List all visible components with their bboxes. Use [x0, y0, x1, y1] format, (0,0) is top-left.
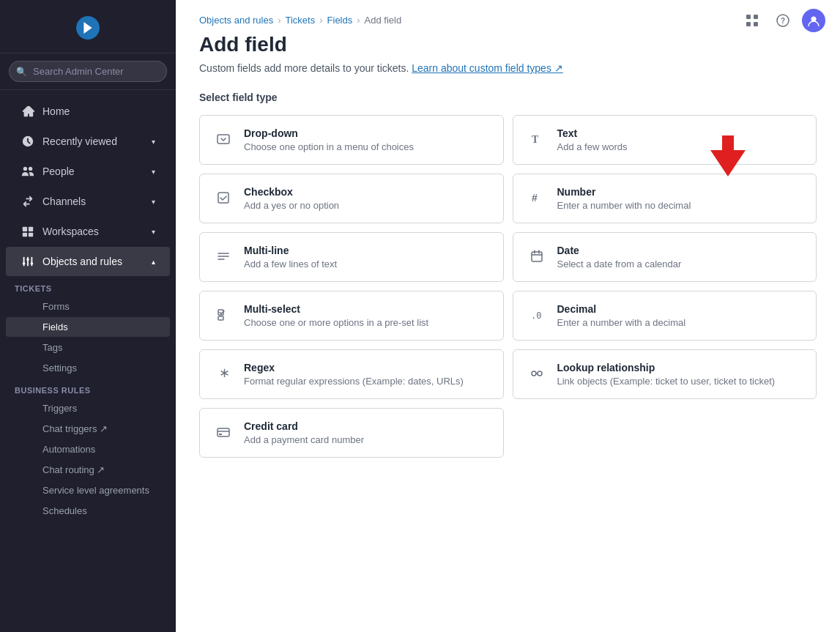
help-icon[interactable]: ? [771, 9, 795, 32]
regex-icon: ∗ [213, 363, 234, 384]
svg-text:.0: .0 [531, 311, 541, 321]
select-field-type-label: Select field type [199, 92, 817, 103]
sidebar-item-settings[interactable]: Settings [6, 358, 170, 378]
svg-point-23 [538, 371, 542, 376]
sidebar-item-label: Objects and rules [42, 256, 122, 267]
field-card-title-multi-select: Multi-select [244, 303, 428, 315]
sidebar-item-triggers[interactable]: Triggers [6, 398, 170, 418]
field-card-title-number: Number [557, 186, 691, 198]
field-card-number[interactable]: #NumberEnter a number with no decimal [513, 174, 817, 223]
breadcrumb-objects-rules[interactable]: Objects and rules [199, 15, 273, 26]
field-card-desc-decimal: Enter a number with a decimal [557, 317, 686, 328]
svg-rect-9 [23, 233, 27, 237]
search-icon: 🔍 [16, 67, 27, 77]
grid-icon[interactable] [740, 9, 764, 32]
breadcrumb-fields[interactable]: Fields [327, 15, 353, 26]
field-card-title-lookup-relationship: Lookup relationship [557, 362, 776, 373]
decimal-icon: .0 [527, 305, 547, 325]
creditcard-icon [213, 422, 234, 442]
learn-more-link[interactable]: Learn about custom field types ↗ [412, 62, 563, 74]
field-card-title-text: Text [557, 127, 628, 139]
field-card-regex[interactable]: ∗RegexFormat regular expressions (Exampl… [199, 349, 504, 399]
sidebar-item-schedules[interactable]: Schedules [6, 501, 170, 521]
chevron-down-icon: ▾ [152, 168, 155, 176]
checkbox-icon [213, 187, 234, 208]
svg-text:∗: ∗ [219, 366, 230, 380]
sidebar-item-channels[interactable]: Channels ▾ [6, 187, 170, 216]
svg-rect-7 [23, 227, 27, 231]
breadcrumb-sep-2: › [319, 15, 322, 26]
svg-rect-24 [218, 428, 229, 436]
svg-rect-13 [218, 135, 229, 144]
field-card-checkbox[interactable]: CheckboxAdd a yes or no option [199, 174, 504, 223]
breadcrumb-sep-3: › [357, 15, 360, 26]
svg-rect-10 [29, 233, 33, 237]
chevron-down-icon: ▾ [152, 198, 155, 206]
sidebar-item-objects-and-rules[interactable]: Objects and rules ▴ [6, 247, 170, 276]
field-card-decimal[interactable]: .0DecimalEnter a number with a decimal [513, 291, 817, 341]
breadcrumb-tickets[interactable]: Tickets [286, 15, 316, 26]
sidebar-item-label: Channels [42, 196, 86, 207]
breadcrumb-sep-1: › [278, 15, 280, 26]
sidebar-item-tags[interactable]: Tags [6, 338, 170, 357]
sidebar-item-home[interactable]: Home [6, 97, 170, 126]
sidebar-item-workspaces[interactable]: Workspaces ▾ [6, 217, 170, 246]
workspaces-icon [21, 224, 35, 239]
svg-rect-3 [754, 22, 758, 26]
clock-icon [21, 134, 35, 149]
chevron-down-icon: ▾ [152, 228, 155, 236]
sidebar-item-chat-routing[interactable]: Chat routing ↗ [6, 460, 170, 480]
field-card-desc-text: Add a few words [557, 141, 628, 152]
user-avatar[interactable] [802, 9, 825, 32]
field-card-title-credit-card: Credit card [244, 420, 364, 432]
field-card-title-multi-line: Multi-line [244, 245, 337, 256]
page-title: Add field [199, 33, 817, 56]
svg-rect-8 [29, 227, 33, 231]
sidebar-item-chat-triggers[interactable]: Chat triggers ↗ [6, 419, 170, 439]
field-card-desc-multi-select: Choose one or more options in a pre-set … [244, 317, 428, 328]
sidebar-item-forms[interactable]: Forms [6, 297, 170, 316]
field-card-lookup-relationship[interactable]: Lookup relationshipLink objects (Example… [513, 349, 817, 399]
number-icon: # [527, 187, 547, 208]
field-card-multi-line[interactable]: Multi-lineAdd a few lines of text [199, 232, 504, 282]
sidebar-item-label: Recently viewed [42, 135, 117, 147]
svg-text:T: T [532, 134, 539, 145]
field-card-drop-down[interactable]: Drop-downChoose one option in a menu of … [199, 115, 504, 165]
breadcrumb: Objects and rules › Tickets › Fields › A… [199, 0, 817, 33]
lookup-icon [527, 363, 547, 384]
sidebar-logo [0, 0, 176, 53]
field-card-desc-number: Enter a number with no decimal [557, 200, 691, 211]
field-card-date[interactable]: DateSelect a date from a calendar [513, 232, 817, 282]
people-icon [21, 164, 35, 179]
field-card-title-drop-down: Drop-down [244, 127, 414, 139]
search-input[interactable] [9, 61, 167, 82]
date-icon [527, 246, 547, 267]
chevron-up-icon: ▴ [152, 258, 155, 266]
field-card-multi-select[interactable]: Multi-selectChoose one or more options i… [199, 291, 504, 341]
sidebar-item-recently-viewed[interactable]: Recently viewed ▾ [6, 127, 170, 156]
field-card-title-regex: Regex [244, 362, 464, 373]
tickets-section-label: Tickets [0, 277, 176, 296]
channels-icon [21, 194, 35, 209]
sidebar-item-fields[interactable]: Fields [6, 317, 170, 337]
business-rules-section-label: Business rules [0, 379, 176, 398]
field-card-title-checkbox: Checkbox [244, 186, 339, 198]
multiselect-icon [213, 305, 234, 325]
text-icon: T [527, 129, 547, 149]
field-card-text[interactable]: TTextAdd a few words [513, 115, 817, 165]
field-card-desc-lookup-relationship: Link objects (Example: ticket to user, t… [557, 376, 776, 387]
field-card-credit-card[interactable]: Credit cardAdd a payment card number [199, 408, 504, 458]
sidebar-item-sla[interactable]: Service level agreements [6, 480, 170, 500]
svg-rect-2 [746, 22, 751, 26]
sidebar-item-label: Workspaces [42, 226, 99, 237]
page-subtitle: Custom fields add more details to your t… [199, 62, 817, 74]
field-card-title-decimal: Decimal [557, 303, 686, 315]
svg-rect-19 [218, 316, 223, 320]
multiline-icon [213, 246, 234, 267]
sidebar-item-people[interactable]: People ▾ [6, 157, 170, 186]
breadcrumb-current: Add field [365, 15, 402, 26]
objects-icon [21, 254, 35, 269]
sidebar-item-automations[interactable]: Automations [6, 439, 170, 459]
dropdown-icon [213, 129, 234, 149]
home-icon [21, 104, 35, 119]
